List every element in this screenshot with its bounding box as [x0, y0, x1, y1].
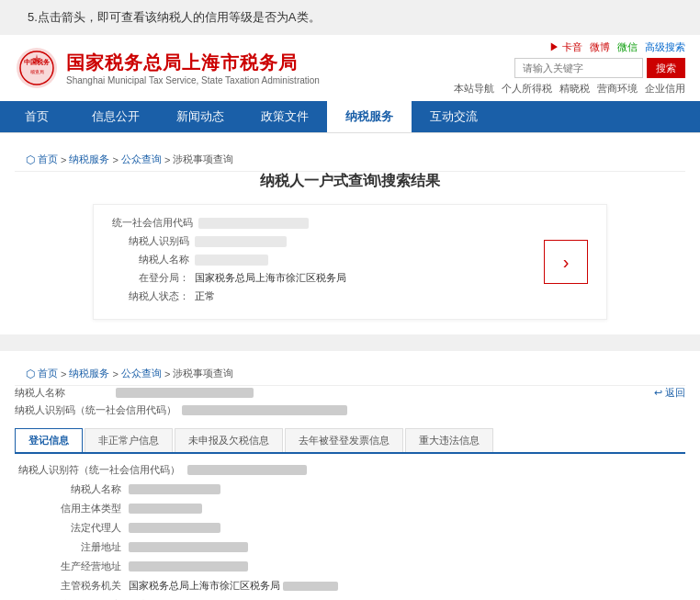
link-jingxiao[interactable]: 精晓税 [559, 82, 590, 96]
detail-name-label: 纳税人名称 [15, 386, 116, 400]
field-credit-type: 信用主体类型 [15, 502, 685, 515]
value-f-tax-authority: 国家税务总局上海市徐汇区税务局 [129, 579, 338, 593]
detail-id-label: 纳税人识别码（统一社会信用代码） [15, 403, 176, 417]
breadcrumb2: ⬡ 首页 > 纳税服务 > 公众查询 > 涉税事项查询 [15, 362, 685, 386]
breadcrumb2-icon: ⬡ [26, 368, 35, 380]
breadcrumb-icon: ⬡ [26, 153, 35, 166]
search-bar: 搜索 [514, 58, 685, 78]
nav-taxpayer-service[interactable]: 纳税服务 [327, 101, 412, 132]
tab-unreported[interactable]: 未申报及欠税信息 [175, 428, 283, 452]
result-row-status: 纳税人状态： 正常 [112, 289, 525, 303]
value-f-credit-code [187, 465, 307, 475]
result-row-credit-code: 统一社会信用代码 [112, 216, 525, 230]
header-right: ▶ 卡音 微博 微信 高级搜索 搜索 本站导航 个人所得税 精晓税 营商环境 企… [454, 40, 685, 96]
breadcrumb2-home[interactable]: 首页 [38, 367, 58, 380]
section1: ⬡ 首页 > 纳税服务 > 公众查询 > 涉税事项查询 纳税人一户式查询\搜索结… [0, 133, 700, 334]
nav-bar: 首页 信息公开 新闻动态 政策文件 纳税服务 互动交流 [0, 101, 700, 132]
result-row-taxpayer-name: 纳税人名称 [112, 253, 525, 266]
header-icons: ▶ 卡音 微博 微信 高级搜索 [549, 40, 685, 54]
search-input[interactable] [514, 58, 643, 78]
detail-info: 纳税人名称 纳税人识别码（统一社会信用代码） [15, 386, 347, 421]
detail-name-row: 纳税人名称 [15, 386, 347, 400]
return-icon: ↩ [654, 387, 662, 399]
field-credit-code: 纳税人识别符（统一社会信用代码） [15, 463, 685, 477]
search-button[interactable]: 搜索 [647, 58, 685, 78]
header-links: 本站导航 个人所得税 精晓税 营商环境 企业信用 [454, 82, 685, 96]
result-row-taxpayer-id: 纳税人识别码 [112, 234, 525, 248]
tab-violation[interactable]: 重大违法信息 [405, 428, 493, 452]
field-tax-authority: 主管税务机关 国家税务总局上海市徐汇区税务局 [15, 579, 685, 593]
nav-home[interactable]: 首页 [0, 101, 73, 132]
breadcrumb-home[interactable]: 首页 [38, 153, 58, 166]
breadcrumb-current: 涉税事项查询 [173, 153, 233, 166]
field-name: 纳税人名称 [15, 482, 685, 496]
detail-id-row: 纳税人识别码（统一社会信用代码） [15, 403, 347, 417]
section2: ⬡ 首页 > 纳税服务 > 公众查询 > 涉税事项查询 纳税人名称 纳税人识别码… [0, 351, 700, 600]
nav-interaction[interactable]: 互动交流 [412, 101, 496, 132]
breadcrumb2-current: 涉税事项查询 [173, 367, 233, 380]
label-taxpayer-id: 纳税人识别码 [112, 234, 195, 248]
label-status: 纳税人状态： [112, 289, 195, 303]
value-f-credit-type [129, 504, 202, 514]
link-enterprise[interactable]: 企业信用 [645, 82, 685, 96]
value-f-biz-addr [129, 561, 248, 572]
label-branch: 在登分局： [112, 271, 195, 285]
label-f-credit-type: 信用主体类型 [18, 502, 129, 515]
link-site-nav[interactable]: 本站导航 [454, 82, 494, 96]
header: 中国税务 稽查局 国家税务总局上海市税务局 Shanghai Municipal… [0, 35, 700, 133]
value-f-reg-addr [129, 542, 248, 552]
tabs: 登记信息 非正常户信息 未申报及欠税信息 去年被登登发票信息 重大违法信息 [15, 428, 685, 454]
breadcrumb1: ⬡ 首页 > 纳税服务 > 公众查询 > 涉税事项查询 [15, 148, 685, 172]
instruction-text: 5.点击箭头，即可查看该纳税人的信用等级是否为A类。 [0, 0, 700, 35]
value-credit-code [198, 218, 309, 229]
tab-registration[interactable]: 登记信息 [15, 428, 83, 452]
return-text: 返回 [665, 386, 685, 400]
link-yingshang[interactable]: 营商环境 [597, 82, 638, 96]
result-card: 统一社会信用代码 纳税人识别码 纳税人名称 在登分局： 国家税务总局上海市徐汇区… [93, 204, 607, 320]
link-income-tax[interactable]: 个人所得税 [502, 82, 552, 96]
logo-title: 国家税务总局上海市税务局 [66, 51, 320, 75]
return-link[interactable]: ↩ 返回 [654, 386, 685, 400]
weibo-icon[interactable]: ▶ 卡音 [549, 40, 582, 54]
section-gap [0, 334, 700, 351]
svg-point-0 [17, 48, 57, 88]
label-f-reg-addr: 注册地址 [18, 540, 129, 554]
section1-title: 纳税人一户式查询\搜索结果 [15, 172, 685, 191]
detail-header: 纳税人名称 纳税人识别码（统一社会信用代码） ↩ 返回 [15, 386, 685, 421]
weibo2-icon[interactable]: 微博 [590, 40, 610, 54]
label-credit-code: 统一社会信用代码 [112, 216, 198, 230]
logo-emblem: 中国税务 稽查局 [15, 46, 59, 90]
label-f-biz-addr: 生产经营地址 [18, 560, 129, 573]
label-f-tax-authority: 主管税务机关 [18, 579, 129, 593]
value-branch: 国家税务总局上海市徐汇区税务局 [195, 271, 346, 285]
detail-name-value [116, 388, 254, 398]
field-biz-addr: 生产经营地址 [15, 560, 685, 573]
result-fields: 统一社会信用代码 纳税人识别码 纳税人名称 在登分局： 国家税务总局上海市徐汇区… [112, 216, 525, 308]
label-taxpayer-name: 纳税人名称 [112, 253, 195, 266]
breadcrumb-taxpayer-service[interactable]: 纳税服务 [69, 153, 109, 166]
value-f-legal-rep [129, 523, 220, 533]
wechat-icon[interactable]: 微信 [617, 40, 638, 54]
result-arrow-button[interactable]: › [544, 240, 588, 284]
logo-area: 中国税务 稽查局 国家税务总局上海市税务局 Shanghai Municipal… [15, 46, 320, 90]
nav-info[interactable]: 信息公开 [73, 101, 158, 132]
breadcrumb2-taxpayer-service[interactable]: 纳税服务 [69, 367, 109, 380]
result-row-branch: 在登分局： 国家税务总局上海市徐汇区税务局 [112, 271, 525, 285]
detail-fields: 纳税人识别符（统一社会信用代码） 纳税人名称 信用主体类型 法定代理人 注册地址… [15, 463, 685, 600]
value-f-name [129, 484, 220, 494]
svg-text:稽查局: 稽查局 [30, 69, 44, 74]
value-taxpayer-name [195, 255, 268, 266]
label-f-credit-code: 纳税人识别符（统一社会信用代码） [18, 463, 187, 477]
logo-text: 国家税务总局上海市税务局 Shanghai Municipal Tax Serv… [66, 51, 320, 85]
field-legal-rep: 法定代理人 [15, 521, 685, 535]
breadcrumb-public-query[interactable]: 公众查询 [121, 153, 162, 166]
label-f-legal-rep: 法定代理人 [18, 521, 129, 535]
value-taxpayer-id [195, 236, 287, 247]
advanced-search-link[interactable]: 高级搜索 [645, 40, 685, 54]
nav-policy[interactable]: 政策文件 [243, 101, 327, 132]
breadcrumb2-public-query[interactable]: 公众查询 [121, 367, 162, 380]
nav-news[interactable]: 新闻动态 [158, 101, 243, 132]
tab-invoice[interactable]: 去年被登登发票信息 [285, 428, 403, 452]
field-reg-addr: 注册地址 [15, 540, 685, 554]
tab-abnormal[interactable]: 非正常户信息 [85, 428, 173, 452]
